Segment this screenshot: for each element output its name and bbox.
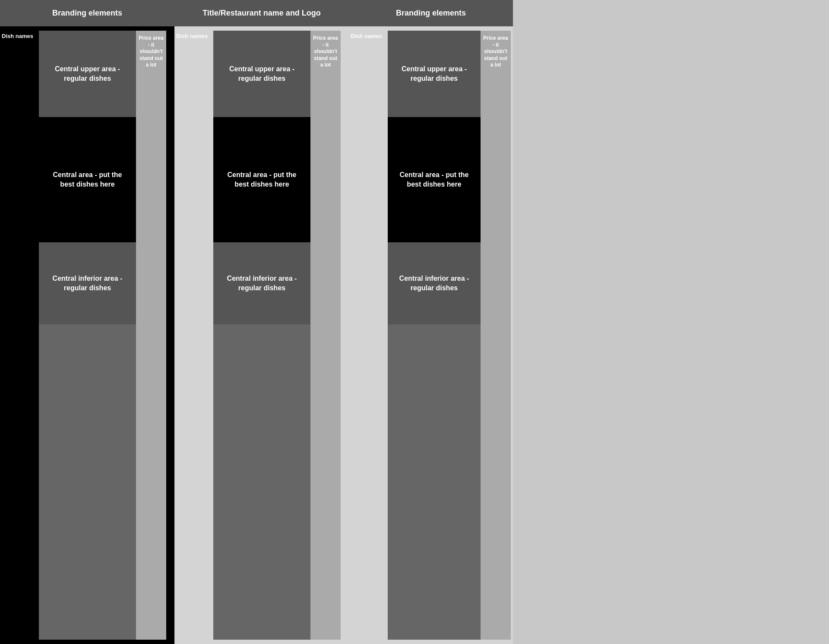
panel-1-central-best-text: Central area - put the best dishes here	[45, 170, 130, 190]
panel-2-central-inferior-text: Central inferior area - regular dishes	[220, 274, 304, 293]
panel-3-branding-label: Branding elements	[396, 9, 466, 17]
panel-2-menu-layout: Dish names Central upper area - regular …	[174, 26, 349, 644]
panel-3-branding-bar: Branding elements	[349, 0, 513, 26]
panel-1-price-column: Price area - it shouldn't stand out a lo…	[136, 31, 166, 640]
panel-3-central-inferior-text: Central inferior area - regular dishes	[394, 274, 474, 293]
panel-2-central-best-text: Central area - put the best dishes here	[220, 170, 304, 190]
panel-3-price-column: Price area - it shouldn't stand out a lo…	[481, 31, 511, 640]
panel-1-central-column: Central upper area - regular dishes Cent…	[39, 31, 136, 640]
panel-3-central-inferior: Central inferior area - regular dishes	[388, 242, 481, 324]
panel-1-central-upper: Central upper area - regular dishes	[39, 31, 136, 117]
panel-3: Branding elements Dish names Central upp…	[349, 0, 513, 644]
panel-3-central-upper: Central upper area - regular dishes	[388, 31, 481, 117]
panel-1-branding-bar: Branding elements	[0, 0, 174, 26]
panel-1-central-best: Central area - put the best dishes here	[39, 117, 136, 242]
panel-1-central-inferior-text: Central inferior area - regular dishes	[45, 274, 130, 293]
panel-2-branding-bar: Title/Restaurant name and Logo	[174, 0, 349, 26]
panel-2-central-best: Central area - put the best dishes here	[213, 117, 310, 242]
panel-1-dish-names-label: Dish names	[0, 31, 35, 41]
panel-3-dish-names-label: Dish names	[349, 31, 384, 41]
panel-1-central-inferior: Central inferior area - regular dishes	[39, 242, 136, 324]
panel-1: Branding elements Dish names Central upp…	[0, 0, 174, 644]
panel-1-central-upper-text: Central upper area - regular dishes	[45, 64, 130, 84]
panel-2: Title/Restaurant name and Logo Dish name…	[174, 0, 349, 644]
panel-1-branding-label: Branding elements	[52, 9, 122, 17]
panel-2-dish-names-label: Dish names	[174, 31, 209, 41]
panel-2-price-column: Price area - it shouldn't stand out a lo…	[310, 31, 341, 640]
panel-3-menu-layout: Dish names Central upper area - regular …	[349, 26, 513, 644]
panel-2-central-upper-text: Central upper area - regular dishes	[220, 64, 304, 84]
panel-1-menu-layout: Dish names Central upper area - regular …	[0, 26, 174, 644]
panel-3-central-upper-text: Central upper area - regular dishes	[394, 64, 474, 84]
panel-3-price-label: Price area - it shouldn't stand out a lo…	[483, 35, 509, 69]
panel-1-price-label: Price area - it shouldn't stand out a lo…	[138, 35, 164, 69]
panel-3-central-column: Central upper area - regular dishes Cent…	[388, 31, 481, 640]
panel-2-price-label: Price area - it shouldn't stand out a lo…	[313, 35, 339, 69]
panel-2-branding-label: Title/Restaurant name and Logo	[203, 9, 321, 17]
panel-3-central-best-text: Central area - put the best dishes here	[394, 170, 474, 190]
panel-2-central-column: Central upper area - regular dishes Cent…	[213, 31, 310, 640]
panel-2-central-upper: Central upper area - regular dishes	[213, 31, 310, 117]
panel-2-central-inferior: Central inferior area - regular dishes	[213, 242, 310, 324]
panel-3-central-best: Central area - put the best dishes here	[388, 117, 481, 242]
